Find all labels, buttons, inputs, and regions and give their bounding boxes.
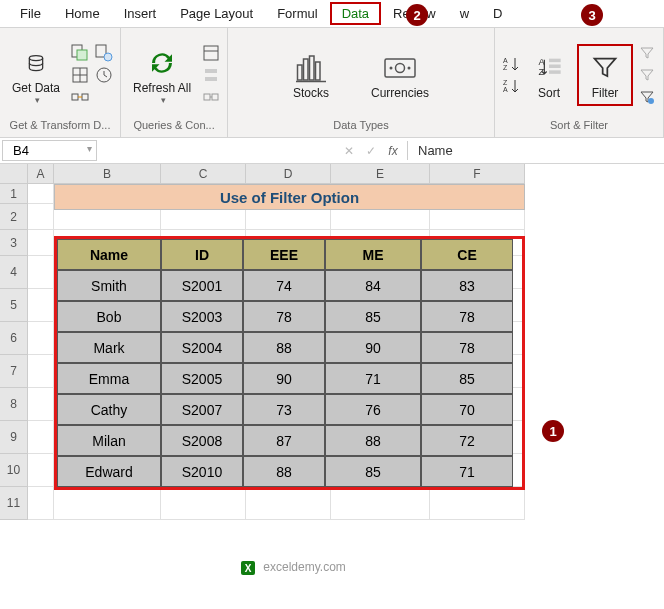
tab-insert[interactable]: Insert xyxy=(112,2,169,25)
sort-asc-button[interactable]: AZ xyxy=(501,54,521,74)
currencies-button[interactable]: Currencies xyxy=(365,48,435,102)
tab-home[interactable]: Home xyxy=(53,2,112,25)
col-eee[interactable]: EEE xyxy=(243,239,325,270)
edit-links-button[interactable] xyxy=(201,87,221,107)
tab-page-layout[interactable]: Page Layout xyxy=(168,2,265,25)
cell[interactable]: Edward xyxy=(57,456,161,487)
sort-quick-buttons: AZ ZA xyxy=(501,54,521,96)
cell[interactable]: Smith xyxy=(57,270,161,301)
col-header-b[interactable]: B xyxy=(54,164,161,184)
cell[interactable]: 87 xyxy=(243,425,325,456)
cell[interactable]: 85 xyxy=(421,363,513,394)
cell[interactable]: S2005 xyxy=(161,363,243,394)
cell[interactable]: 88 xyxy=(325,425,421,456)
from-web-button[interactable] xyxy=(94,43,114,63)
row-header-3[interactable]: 3 xyxy=(0,230,28,256)
cell[interactable]: 88 xyxy=(243,332,325,363)
col-header-d[interactable]: D xyxy=(246,164,331,184)
cell[interactable]: S2010 xyxy=(161,456,243,487)
cell[interactable]: 88 xyxy=(243,456,325,487)
cell[interactable]: Milan xyxy=(57,425,161,456)
select-all-corner[interactable] xyxy=(0,164,28,184)
cell[interactable]: 84 xyxy=(325,270,421,301)
row-header-10[interactable]: 10 xyxy=(0,454,28,487)
row-header-5[interactable]: 5 xyxy=(0,289,28,322)
svg-rect-34 xyxy=(549,64,561,68)
tab-file[interactable]: File xyxy=(8,2,53,25)
cell[interactable]: 72 xyxy=(421,425,513,456)
col-header-c[interactable]: C xyxy=(161,164,246,184)
existing-connections-button[interactable] xyxy=(70,87,90,107)
row-header-7[interactable]: 7 xyxy=(0,355,28,388)
row-header-8[interactable]: 8 xyxy=(0,388,28,421)
cell[interactable]: 73 xyxy=(243,394,325,425)
col-name[interactable]: Name xyxy=(57,239,161,270)
svg-text:Z: Z xyxy=(539,67,545,77)
grid-body[interactable]: A B C D E F Use of Filter Option Name ID… xyxy=(28,164,525,520)
callout-1: 1 xyxy=(542,420,564,442)
cell[interactable]: 83 xyxy=(421,270,513,301)
col-header-e[interactable]: E xyxy=(331,164,430,184)
col-me[interactable]: ME xyxy=(325,239,421,270)
cell[interactable]: 76 xyxy=(325,394,421,425)
cell[interactable]: 85 xyxy=(325,456,421,487)
cell[interactable]: S2001 xyxy=(161,270,243,301)
formula-bar[interactable]: Name xyxy=(407,141,664,160)
svg-point-25 xyxy=(390,66,393,69)
row-header-6[interactable]: 6 xyxy=(0,322,28,355)
cell[interactable]: 71 xyxy=(421,456,513,487)
row-header-4[interactable]: 4 xyxy=(0,256,28,289)
fx-icon[interactable]: fx xyxy=(383,144,403,158)
from-text-button[interactable] xyxy=(70,43,90,63)
cancel-icon[interactable]: ✕ xyxy=(339,144,359,158)
cell[interactable]: S2007 xyxy=(161,394,243,425)
cell[interactable]: 70 xyxy=(421,394,513,425)
col-ce[interactable]: CE xyxy=(421,239,513,270)
cell[interactable]: 85 xyxy=(325,301,421,332)
cell[interactable]: Bob xyxy=(57,301,161,332)
recent-sources-button[interactable] xyxy=(94,65,114,85)
tab-formulas[interactable]: Formul xyxy=(265,2,329,25)
name-box[interactable]: B4 xyxy=(2,140,97,161)
svg-text:A: A xyxy=(503,57,508,64)
properties-button[interactable] xyxy=(201,65,221,85)
clear-filter-button[interactable] xyxy=(637,43,657,63)
advanced-filter-button[interactable] xyxy=(637,87,657,107)
reapply-button[interactable] xyxy=(637,65,657,85)
cell[interactable]: 78 xyxy=(421,301,513,332)
cell[interactable]: S2003 xyxy=(161,301,243,332)
get-data-label: Get Data xyxy=(12,81,60,95)
sort-button[interactable]: AZ Sort xyxy=(525,48,573,102)
tab-developer[interactable]: D xyxy=(481,2,514,25)
cell[interactable]: 74 xyxy=(243,270,325,301)
from-table-button[interactable] xyxy=(70,65,90,85)
tab-view[interactable]: w xyxy=(448,2,481,25)
get-data-button[interactable]: Get Data▾ xyxy=(6,43,66,107)
row-header-9[interactable]: 9 xyxy=(0,421,28,454)
col-header-f[interactable]: F xyxy=(430,164,525,184)
tab-data[interactable]: Data xyxy=(330,2,381,25)
cell[interactable]: Emma xyxy=(57,363,161,394)
cell[interactable]: 90 xyxy=(325,332,421,363)
filter-button[interactable]: Filter xyxy=(581,48,629,102)
row-header-11[interactable]: 11 xyxy=(0,487,28,520)
cell[interactable]: 71 xyxy=(325,363,421,394)
stocks-button[interactable]: Stocks xyxy=(287,48,335,102)
row-header-1[interactable]: 1 xyxy=(0,184,28,204)
enter-icon[interactable]: ✓ xyxy=(361,144,381,158)
table-header-row: Name ID EEE ME CE xyxy=(57,239,522,270)
cell[interactable]: 78 xyxy=(243,301,325,332)
svg-rect-15 xyxy=(205,77,217,81)
queries-connections-button[interactable] xyxy=(201,43,221,63)
cell[interactable]: S2008 xyxy=(161,425,243,456)
col-id[interactable]: ID xyxy=(161,239,243,270)
cell[interactable]: 78 xyxy=(421,332,513,363)
cell[interactable]: Cathy xyxy=(57,394,161,425)
col-header-a[interactable]: A xyxy=(28,164,54,184)
cell[interactable]: 90 xyxy=(243,363,325,394)
row-header-2[interactable]: 2 xyxy=(0,204,28,230)
cell[interactable]: Mark xyxy=(57,332,161,363)
cell[interactable]: S2004 xyxy=(161,332,243,363)
refresh-all-button[interactable]: Refresh All▾ xyxy=(127,43,197,107)
sort-desc-button[interactable]: ZA xyxy=(501,76,521,96)
